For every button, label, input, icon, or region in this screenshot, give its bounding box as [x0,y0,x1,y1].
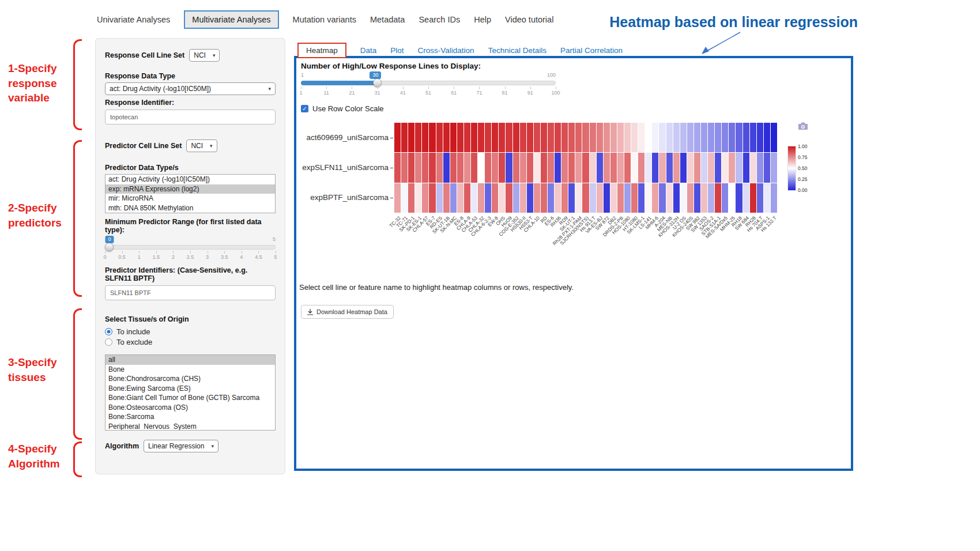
heatmap-cell[interactable] [394,123,401,152]
heatmap-cell[interactable] [673,183,680,213]
heatmap-cell[interactable] [520,123,526,152]
heatmap-cell[interactable] [750,183,756,213]
heatmap-cell[interactable] [575,183,582,213]
heatmap-cell[interactable] [687,123,693,152]
heatmap-cell[interactable] [429,123,435,152]
heatmap-cell[interactable] [729,183,735,213]
heatmap-cell[interactable] [443,123,450,152]
nav-tab-help[interactable]: Help [474,15,491,24]
heatmap-cell[interactable] [715,183,721,213]
heatmap-row-label[interactable]: expSLFN11_uniSarcoma [296,163,389,172]
nav-tab-video-tutorial[interactable]: Video tutorial [505,15,553,24]
row-color-scale-checkbox[interactable]: ✓ Use Row Color Scale [301,104,384,113]
heatmap-cell[interactable] [673,153,680,182]
heatmap-cell[interactable] [604,123,610,152]
heatmap-cell[interactable] [513,123,519,152]
heatmap-cell[interactable] [478,183,484,213]
heatmap-cell[interactable] [506,123,512,152]
panel-tab-cross-validation[interactable]: Cross-Validation [418,46,474,55]
algorithm-select[interactable]: Linear Regression ▾ [144,440,218,452]
heatmap-cell[interactable] [701,123,707,152]
heatmap-cell[interactable] [638,153,644,182]
heatmap-cell[interactable] [597,153,603,182]
heatmap-cell[interactable] [750,123,756,152]
heatmap-cell[interactable] [568,153,575,182]
nav-tab-search-ids[interactable]: Search IDs [419,15,460,24]
heatmap-cell[interactable] [527,183,533,213]
heatmap-cell[interactable] [485,153,491,182]
min-predictor-range-slider[interactable]: 0500.511.522.533.544.55 [105,235,276,262]
heatmap-cell[interactable] [771,183,777,213]
heatmap-row-label[interactable]: act609699_uniSarcoma [296,133,389,142]
heatmap-cell[interactable] [743,123,749,152]
heatmap-cell[interactable] [541,123,547,152]
heatmap-cell[interactable] [485,123,491,152]
heatmap-cell[interactable] [499,153,505,182]
heatmap-cell[interactable] [415,153,421,182]
heatmap-cell[interactable] [680,183,687,213]
heatmap-cell[interactable] [590,153,596,182]
heatmap-cell[interactable] [582,153,589,182]
tissue-option[interactable]: Peripheral_Nervous_System [105,422,275,431]
heatmap-cell[interactable] [736,183,742,213]
heatmap-cell[interactable] [617,123,624,152]
heatmap-cell[interactable] [450,123,457,152]
heatmap-cell[interactable] [408,153,414,182]
heatmap-cell[interactable] [631,153,638,182]
heatmap-cell[interactable] [645,153,651,182]
heatmap-cell[interactable] [666,123,673,152]
heatmap-cell[interactable] [394,183,401,213]
heatmap-cell[interactable] [694,153,700,182]
heatmap-cell[interactable] [548,123,554,152]
slider-handle[interactable] [105,243,114,251]
tissue-listbox[interactable]: allBoneBone:Chondrosarcoma (CHS)Bone:Ewi… [105,354,276,431]
heatmap-cell[interactable] [715,123,721,152]
heatmap-cell[interactable] [743,183,749,213]
heatmap-cell[interactable] [624,183,631,213]
heatmap-cell[interactable] [624,123,631,152]
tissue-include-radio[interactable]: To include [105,327,276,336]
nav-tab-univariate-analyses[interactable]: Univariate Analyses [97,15,170,24]
heatmap-cell[interactable] [555,183,561,213]
panel-tab-partial-correlation[interactable]: Partial Correlation [560,46,623,55]
heatmap-cell[interactable] [568,183,575,213]
heatmap-cell[interactable] [575,123,582,152]
panel-tab-data[interactable]: Data [360,46,377,55]
nav-tab-multivariate-analyses[interactable]: Multivariate Analyses [184,10,278,29]
heatmap-cell[interactable] [561,123,568,152]
heatmap-cell[interactable] [659,183,665,213]
tissue-option[interactable]: Bone:Chondrosarcoma (CHS) [105,374,275,384]
heatmap-cell[interactable] [659,123,665,152]
heatmap-cell[interactable] [401,183,408,213]
tissue-option[interactable]: Bone:Sarcoma [105,412,275,422]
heatmap-cell[interactable] [638,183,644,213]
heatmap-cell[interactable] [701,153,707,182]
heatmap-cell[interactable] [764,123,770,152]
heatmap-cell[interactable] [590,123,596,152]
heatmap-cell[interactable] [408,123,414,152]
heatmap-cell[interactable] [604,183,610,213]
heatmap-cell[interactable] [436,153,443,182]
heatmap-cell[interactable] [729,123,735,152]
heatmap-cell[interactable] [548,153,554,182]
heatmap-cell[interactable] [457,153,463,182]
panel-tab-technical-details[interactable]: Technical Details [488,46,546,55]
heatmap-cell[interactable] [757,123,763,152]
heatmap-cell[interactable] [499,123,505,152]
heatmap-cell[interactable] [680,123,687,152]
heatmap-cell[interactable] [520,153,526,182]
heatmap-cell[interactable] [548,183,554,213]
heatmap-cell[interactable] [590,183,596,213]
heatmap-cell[interactable] [394,153,401,182]
slider-track[interactable] [105,245,276,250]
heatmap-cell[interactable] [764,153,770,182]
heatmap-cell[interactable] [757,183,763,213]
panel-tab-plot[interactable]: Plot [390,46,404,55]
heatmap-cell[interactable] [652,183,658,213]
heatmap-cell[interactable] [694,123,700,152]
heatmap-cell[interactable] [771,123,777,152]
heatmap-cell[interactable] [638,123,644,152]
heatmap-cell[interactable] [652,153,658,182]
predictor-data-type-option[interactable]: mth: DNA 850K Methylation [105,203,275,213]
heatmap-cell[interactable] [450,153,457,182]
